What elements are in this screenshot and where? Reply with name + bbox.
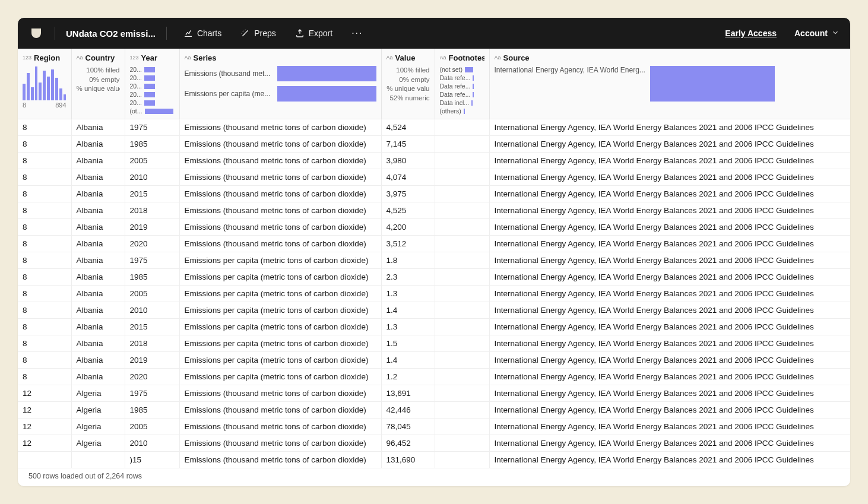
cell-region: 12 [18, 418, 71, 435]
category-row: 20... [130, 83, 175, 90]
cell-source: International Energy Agency, IEA World E… [489, 218, 850, 235]
cell-series: Emissions (thousand metric tons of carbo… [179, 169, 381, 185]
table-row[interactable]: 12 Algeria 2010 Emissions (thousand metr… [18, 435, 850, 451]
cell-country: Albania [71, 152, 125, 169]
table-row[interactable]: 8 Albania 2018 Emissions (thousand metri… [18, 202, 850, 218]
table-row[interactable]: 8 Albania 2010 Emissions per capita (met… [18, 302, 850, 318]
account-menu[interactable]: Account [794, 28, 840, 39]
table-row[interactable]: 12 Algeria 1975 Emissions (thousand metr… [18, 385, 850, 401]
export-icon [295, 28, 305, 38]
cell-year: 1985 [125, 135, 179, 152]
table-row[interactable]: 8 Albania 1985 Emissions per capita (met… [18, 268, 850, 285]
histogram-bar [43, 71, 46, 100]
cell-region [18, 451, 71, 468]
cell-source: International Energy Agency, IEA World E… [489, 302, 850, 318]
cell-series: Emissions (thousand metric tons of carbo… [179, 218, 381, 235]
charts-button[interactable]: Charts [178, 25, 227, 42]
cell-year: 2020 [125, 368, 179, 385]
table-row[interactable]: 8 Albania 2020 Emissions per capita (met… [18, 368, 850, 385]
preps-button[interactable]: Preps [235, 25, 282, 42]
source-bar [650, 66, 775, 102]
cell-footnotes [435, 335, 489, 351]
cell-series: Emissions per capita (metric tons of car… [179, 368, 381, 385]
table-row[interactable]: 12 Algeria 2005 Emissions (thousand metr… [18, 418, 850, 435]
table-row[interactable]: 8 Albania 2018 Emissions per capita (met… [18, 335, 850, 351]
col-header-source[interactable]: Aa Source International Energy Agency, I… [489, 49, 850, 119]
col-header-country[interactable]: Aa Country 100% filled0% empty% unique v… [71, 49, 125, 119]
export-label: Export [309, 28, 332, 38]
table-row[interactable]: 8 Albania 2010 Emissions (thousand metri… [18, 169, 850, 185]
export-button[interactable]: Export [289, 25, 338, 42]
more-button[interactable]: ··· [346, 24, 369, 42]
table-row[interactable]: 12 Algeria 1985 Emissions (thousand metr… [18, 401, 850, 418]
category-row: Emissions per capita (me... [185, 86, 376, 102]
cell-value: 78,045 [381, 418, 435, 435]
early-access-link[interactable]: Early Access [725, 28, 777, 38]
data-grid[interactable]: 123 Region 8 894 Aa Country [18, 49, 850, 486]
category-bar [465, 67, 473, 72]
cell-region: 12 [18, 435, 71, 451]
cell-footnotes [435, 318, 489, 335]
category-label: Emissions per capita (me... [185, 90, 274, 98]
cell-year: )15 [125, 451, 179, 468]
category-label: 20... [130, 74, 142, 81]
table-row[interactable]: 8 Albania 2015 Emissions (thousand metri… [18, 185, 850, 202]
category-bar [144, 75, 155, 81]
separator [166, 27, 167, 40]
charts-label: Charts [197, 28, 221, 38]
cell-year: 1975 [125, 385, 179, 401]
cell-source: International Energy Agency, IEA World E… [489, 185, 850, 202]
category-row: (ot... [130, 107, 175, 115]
col-header-region[interactable]: 123 Region 8 894 [18, 49, 71, 119]
cell-value: 1.3 [381, 285, 435, 302]
cell-country: Albania [71, 252, 125, 268]
table-row[interactable]: 8 Albania 1975 Emissions (thousand metri… [18, 119, 850, 135]
col-header-year[interactable]: 123 Year 20... 20... 20... 20... 20... (… [125, 49, 179, 119]
dataset-title[interactable]: UNdata CO2 emissi... [66, 28, 156, 39]
cell-footnotes [435, 401, 489, 418]
table-row[interactable]: 8 Albania 2020 Emissions (thousand metri… [18, 235, 850, 252]
table-row[interactable]: 8 Albania 1975 Emissions per capita (met… [18, 252, 850, 268]
histogram-bar [39, 83, 42, 100]
cell-series: Emissions (thousand metric tons of carbo… [179, 152, 381, 169]
table-row[interactable]: 8 Albania 2005 Emissions per capita (met… [18, 285, 850, 302]
col-header-value[interactable]: Aa Value 100% filled0% empty% unique val… [381, 49, 435, 119]
category-label: 20... [130, 99, 142, 106]
cell-country: Albania [71, 302, 125, 318]
cell-series: Emissions (thousand metric tons of carbo… [179, 385, 381, 401]
table-row[interactable]: )15 Emissions (thousand metric tons of c… [18, 451, 850, 468]
cell-country: Algeria [71, 401, 125, 418]
category-bar [473, 84, 474, 89]
table-row[interactable]: 8 Albania 2015 Emissions per capita (met… [18, 318, 850, 335]
type-badge-text: Aa [185, 55, 191, 61]
table-row[interactable]: 8 Albania 2005 Emissions (thousand metri… [18, 152, 850, 169]
cell-footnotes [435, 119, 489, 135]
stat-line: % unique valu [387, 84, 430, 94]
table-row[interactable]: 8 Albania 2019 Emissions per capita (met… [18, 351, 850, 368]
year-categories: 20... 20... 20... 20... 20... (ot... [130, 66, 175, 115]
type-badge-text: Aa [440, 55, 446, 61]
cell-source: International Energy Agency, IEA World E… [489, 351, 850, 368]
cell-series: Emissions per capita (metric tons of car… [179, 268, 381, 285]
cell-source: International Energy Agency, IEA World E… [489, 335, 850, 351]
cell-series: Emissions (thousand metric tons of carbo… [179, 119, 381, 135]
cell-country: Albania [71, 119, 125, 135]
type-badge-text: Aa [77, 55, 83, 61]
cell-value: 7,145 [381, 135, 435, 152]
category-label: (ot... [130, 107, 142, 115]
cell-country: Albania [71, 285, 125, 302]
table-row[interactable]: 8 Albania 1985 Emissions (thousand metri… [18, 135, 850, 152]
cell-source: International Energy Agency, IEA World E… [489, 268, 850, 285]
col-header-footnotes[interactable]: Aa Footnotes (not set) Data refe... Data… [435, 49, 489, 119]
col-name: Region [34, 53, 60, 62]
histogram-bar [51, 69, 54, 100]
category-row: (not set) [440, 66, 484, 73]
category-bar [473, 75, 474, 81]
category-label: 20... [130, 83, 142, 90]
account-label: Account [794, 28, 828, 38]
region-histogram [23, 66, 66, 100]
cell-country: Algeria [71, 435, 125, 451]
cell-country: Albania [71, 135, 125, 152]
col-header-series[interactable]: Aa Series Emissions (thousand met... Emi… [179, 49, 381, 119]
table-row[interactable]: 8 Albania 2019 Emissions (thousand metri… [18, 218, 850, 235]
